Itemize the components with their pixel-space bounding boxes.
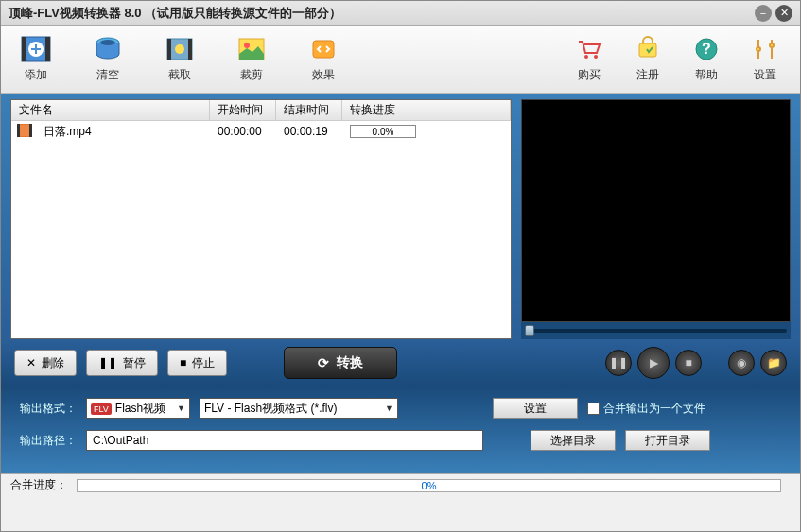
clear-button[interactable]: 清空 [92,35,124,83]
effect-label: 效果 [312,67,335,83]
file-icon [17,124,36,140]
toolbar-right-group: 购买 注册 ? 帮助 设置 [573,35,781,83]
stop-icon: ■ [180,356,186,369]
svg-point-9 [175,44,184,54]
help-button[interactable]: ? 帮助 [690,35,723,83]
delete-button[interactable]: ✕ 删除 [14,350,77,376]
x-icon: ✕ [26,356,36,369]
svg-point-5 [100,40,115,45]
footer: 合并进度： 0% [1,473,800,496]
cut-icon [164,35,196,63]
file-list-header: 文件名 开始时间 结束时间 转换进度 [11,100,511,121]
pause-icon: ❚❚ [98,356,117,369]
svg-point-11 [244,43,250,48]
svg-point-13 [584,55,588,59]
clear-label: 清空 [96,67,119,83]
register-icon [632,35,664,63]
output-format-row: 输出格式： FLVFlash视频 ▼ FLV - Flash视频格式 (*.fl… [20,398,781,419]
format-label: 输出格式： [20,401,77,417]
svg-rect-8 [188,39,192,60]
app-window: 顶峰-FLV视频转换器 8.0 （试用版只能转换源文件的一部分） − ✕ 添加 … [0,0,801,532]
merge-checkbox[interactable] [587,403,600,415]
camera-icon: ◉ [737,356,746,369]
flv-tag-icon: FLV [91,403,112,415]
help-icon: ? [690,35,723,63]
svg-rect-2 [45,37,50,61]
add-label: 添加 [25,67,47,83]
column-start[interactable]: 开始时间 [210,100,276,120]
cut-label: 截取 [168,67,191,83]
file-progress-cell: 0.0% [342,121,511,142]
media-pause-button[interactable]: ❚❚ [605,350,632,376]
svg-rect-12 [313,41,334,58]
open-dir-button[interactable]: 打开目录 [625,430,710,451]
preview-slider[interactable] [521,322,791,339]
settings-label: 设置 [754,67,776,83]
svg-rect-7 [167,39,171,60]
cart-icon [573,35,605,63]
main-toolbar: 添加 清空 截取 裁剪 效果 购买 [1,26,800,94]
window-title: 顶峰-FLV视频转换器 8.0 （试用版只能转换源文件的一部分） [9,5,751,22]
choose-dir-button[interactable]: 选择目录 [531,430,616,451]
format-settings-button[interactable]: 设置 [493,398,578,419]
path-label: 输出路径： [20,433,77,449]
column-progress[interactable]: 转换进度 [342,100,511,120]
toolbar-left-group: 添加 清空 截取 裁剪 效果 [20,35,340,83]
stop-button[interactable]: ■ 停止 [167,350,227,376]
format-long-combo[interactable]: FLV - Flash视频格式 (*.flv) ▼ [200,398,398,419]
crop-icon [235,35,268,63]
svg-rect-19 [17,124,20,137]
file-progress-bar: 0.0% [350,125,416,138]
slider-track [525,329,787,333]
merge-checkbox-wrap[interactable]: 合并输出为一个文件 [587,401,705,417]
merge-progress-percent: 0% [422,480,437,491]
preview-panel [521,99,791,339]
effect-button[interactable]: 效果 [307,35,340,83]
titlebar: 顶峰-FLV视频转换器 8.0 （试用版只能转换源文件的一部分） − ✕ [1,1,800,26]
file-start-cell: 00:00:00 [210,121,276,142]
cut-button[interactable]: 截取 [164,35,196,83]
snapshot-button[interactable]: ◉ [728,350,755,376]
file-row[interactable]: 日落.mp4 00:00:00 00:00:19 0.0% [11,121,511,142]
folder-icon: 📁 [767,356,781,369]
register-label: 注册 [636,67,659,83]
svg-text:?: ? [702,41,711,57]
merge-label: 合并输出为一个文件 [603,401,705,417]
chevron-down-icon: ▼ [385,403,393,413]
media-play-button[interactable]: ▶ [637,347,670,379]
close-button[interactable]: ✕ [775,5,792,22]
format-short-combo[interactable]: FLVFlash视频 ▼ [86,398,190,419]
minimize-button[interactable]: − [755,5,772,22]
pause-icon: ❚❚ [609,356,628,369]
svg-rect-20 [29,124,32,137]
preview-screen [521,99,791,322]
output-path-input[interactable]: C:\OutPath [86,430,483,451]
merge-progress-label: 合并进度： [10,477,67,493]
column-end[interactable]: 结束时间 [276,100,342,120]
effect-icon [307,35,340,63]
crop-label: 裁剪 [240,67,263,83]
add-button[interactable]: 添加 [20,35,52,83]
media-controls: ❚❚ ▶ ■ ◉ 📁 [605,347,787,379]
svg-rect-1 [22,37,26,61]
tools-icon [749,35,781,63]
settings-button[interactable]: 设置 [749,35,781,83]
file-name-cell: 日落.mp4 [36,121,210,142]
register-button[interactable]: 注册 [632,35,664,83]
open-folder-button[interactable]: 📁 [760,350,787,376]
pause-button[interactable]: ❚❚ 暂停 [86,350,158,376]
content-area: 文件名 开始时间 结束时间 转换进度 日落.mp4 00:00:00 00:00… [1,94,800,339]
media-stop-button[interactable]: ■ [675,350,702,376]
column-filename[interactable]: 文件名 [11,100,210,120]
add-icon [20,35,52,63]
slider-thumb[interactable] [525,325,534,336]
buy-label: 购买 [578,67,601,83]
play-icon: ▶ [650,356,658,369]
output-path-row: 输出路径： C:\OutPath 选择目录 打开目录 [20,430,781,451]
crop-button[interactable]: 裁剪 [235,35,268,83]
buy-button[interactable]: 购买 [573,35,605,83]
settings-area: 输出格式： FLVFlash视频 ▼ FLV - Flash视频格式 (*.fl… [1,386,800,473]
convert-button[interactable]: ⟳ 转换 [284,347,397,379]
refresh-icon: ⟳ [318,355,329,370]
file-end-cell: 00:00:19 [276,121,342,142]
